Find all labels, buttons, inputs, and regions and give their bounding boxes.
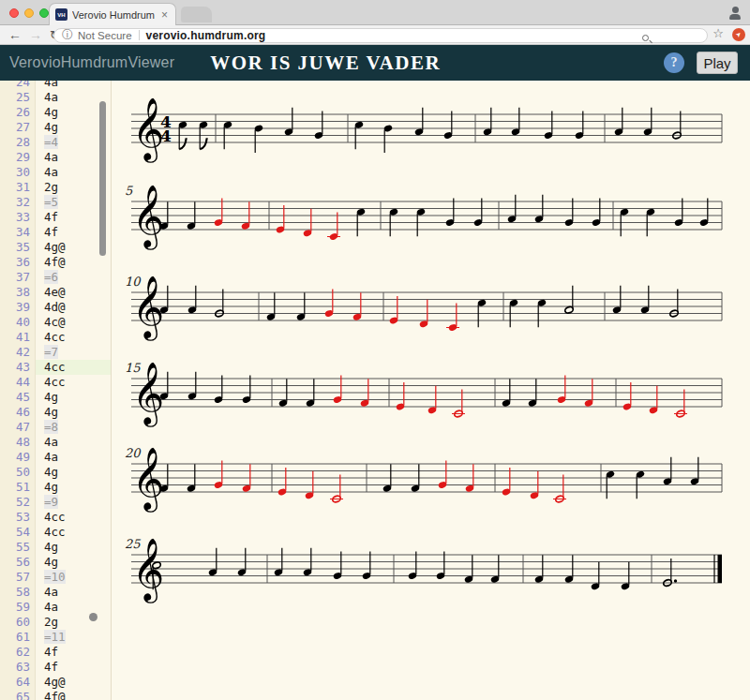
kern-token-cell[interactable]: 2g [36, 615, 111, 630]
help-button[interactable]: ? [664, 52, 684, 73]
vhv-logo[interactable]: VerovioHumdrumViewer [9, 54, 174, 71]
half-note[interactable] [674, 390, 687, 418]
half-note[interactable] [553, 475, 566, 503]
kern-token-cell[interactable]: 4g [36, 465, 111, 480]
kern-token-cell[interactable]: 4a [36, 450, 111, 465]
kern-token[interactable]: 4a [44, 585, 58, 599]
new-tab-button[interactable] [181, 7, 212, 22]
kern-token-cell[interactable]: 4g [36, 480, 111, 495]
scrollbar-dot[interactable] [89, 613, 98, 621]
editor-line[interactable]: 394d@ [0, 300, 111, 315]
kern-token[interactable]: =6 [44, 270, 58, 284]
quarter-note[interactable] [314, 112, 323, 140]
quarter-note[interactable] [438, 461, 447, 489]
quarter-note[interactable] [699, 199, 709, 227]
editor-line[interactable]: 52=9 [0, 495, 111, 510]
editor-line[interactable]: 654f@ [0, 690, 111, 700]
kern-token-cell[interactable]: 4a [36, 435, 111, 450]
kern-token[interactable]: 4f@ [44, 690, 66, 700]
kern-token-cell[interactable]: =9 [36, 495, 111, 510]
editor-line[interactable]: 554g [0, 540, 111, 555]
kern-token[interactable]: 4f [44, 660, 58, 674]
zoom-icon[interactable] [642, 35, 649, 41]
kern-token[interactable]: =7 [44, 345, 58, 359]
kern-token[interactable]: 4g [44, 390, 58, 404]
kern-token-cell[interactable]: =11 [36, 630, 111, 645]
editor-line[interactable]: 364f@ [0, 255, 111, 270]
editor-line[interactable]: 454g [0, 390, 111, 405]
kern-token-cell[interactable]: 4g@ [36, 675, 111, 690]
kern-token[interactable]: 4cc [44, 360, 66, 374]
quarter-note[interactable] [473, 199, 483, 227]
editor-line[interactable]: 61=11 [0, 630, 111, 645]
kern-token[interactable]: 4g [44, 105, 58, 119]
editor-line[interactable]: 534cc [0, 510, 111, 525]
kern-token-cell[interactable]: =7 [36, 345, 111, 360]
kern-token-cell[interactable]: 4g [36, 540, 111, 555]
editor-line[interactable]: 434cc [0, 360, 111, 375]
window-close-button[interactable] [9, 8, 19, 18]
music-notation[interactable]: 𝄞44𝄞5𝄞10𝄞15𝄞20𝄞25 [111, 81, 750, 700]
quarter-note[interactable] [214, 199, 223, 227]
browser-tab[interactable]: VH Verovio Humdrum Viewer × [49, 3, 176, 25]
kern-token-cell[interactable]: 4g [36, 405, 111, 420]
quarter-note[interactable] [324, 290, 334, 318]
editor-line[interactable]: 484a [0, 435, 111, 450]
kern-token[interactable]: 4f [44, 210, 58, 224]
window-minimize-button[interactable] [24, 8, 34, 18]
quarter-note[interactable] [592, 199, 601, 227]
half-note[interactable] [330, 475, 343, 503]
kern-token[interactable]: 4a [44, 150, 58, 164]
editor-line[interactable]: 404c@ [0, 315, 111, 330]
kern-token[interactable]: 4f [44, 645, 58, 659]
editor-line[interactable]: 624f [0, 645, 111, 660]
kern-token[interactable]: 4g [44, 555, 58, 569]
quarter-note[interactable] [278, 468, 287, 496]
editor-line[interactable]: 354g@ [0, 240, 111, 255]
kern-token[interactable]: 4g [44, 480, 58, 494]
kern-token[interactable]: =4 [44, 135, 58, 149]
kern-token[interactable]: =9 [44, 495, 58, 509]
editor-line[interactable]: 564g [0, 555, 111, 570]
quarter-note[interactable] [544, 112, 553, 140]
quarter-note[interactable] [242, 376, 251, 404]
kern-token[interactable]: 4cc [44, 525, 66, 539]
half-note[interactable] [452, 390, 465, 418]
editor-line[interactable]: 444cc [0, 375, 111, 390]
editor-line[interactable]: 494a [0, 450, 111, 465]
quarter-note[interactable] [333, 552, 342, 580]
quarter-note[interactable] [622, 382, 632, 410]
kern-token-cell[interactable]: 4f [36, 660, 111, 675]
editor-line[interactable]: 414cc [0, 330, 111, 345]
kern-token[interactable]: 4e@ [44, 285, 66, 299]
editor-line[interactable]: 264g [0, 105, 111, 120]
kern-token[interactable]: =10 [44, 570, 66, 584]
back-icon[interactable]: ← [8, 28, 22, 41]
editor-line[interactable]: 344f [0, 225, 111, 240]
tab-close-icon[interactable]: × [159, 8, 170, 22]
editor-line[interactable]: 504g [0, 465, 111, 480]
kern-token[interactable]: 4cc [44, 510, 66, 524]
kern-token[interactable]: 4g@ [44, 240, 66, 254]
quarter-note[interactable] [674, 199, 683, 227]
kern-token[interactable]: =5 [44, 195, 58, 209]
quarter-note[interactable] [214, 376, 223, 404]
editor-line[interactable]: 42=7 [0, 345, 111, 360]
kern-token[interactable]: 4g [44, 540, 58, 554]
quarter-note[interactable] [362, 552, 371, 580]
kern-token[interactable]: 4g [44, 405, 58, 419]
kern-token-cell[interactable]: 4d@ [36, 300, 111, 315]
quarter-note[interactable] [436, 552, 445, 580]
kern-token-cell[interactable]: 4f@ [36, 255, 111, 270]
editor-line[interactable]: 254a [0, 90, 111, 105]
play-button[interactable]: Play [697, 52, 738, 74]
editor-line[interactable]: 514g [0, 480, 111, 495]
extension-icon[interactable]: ➤ [732, 28, 745, 41]
quarter-note[interactable] [389, 296, 398, 324]
editor-line[interactable]: 634f [0, 660, 111, 675]
editor-line[interactable]: 37=6 [0, 270, 111, 285]
kern-token[interactable]: 4g@ [44, 675, 66, 689]
quarter-note[interactable] [383, 125, 393, 153]
quarter-note[interactable] [333, 376, 342, 404]
kern-token[interactable]: 4c@ [44, 315, 66, 329]
